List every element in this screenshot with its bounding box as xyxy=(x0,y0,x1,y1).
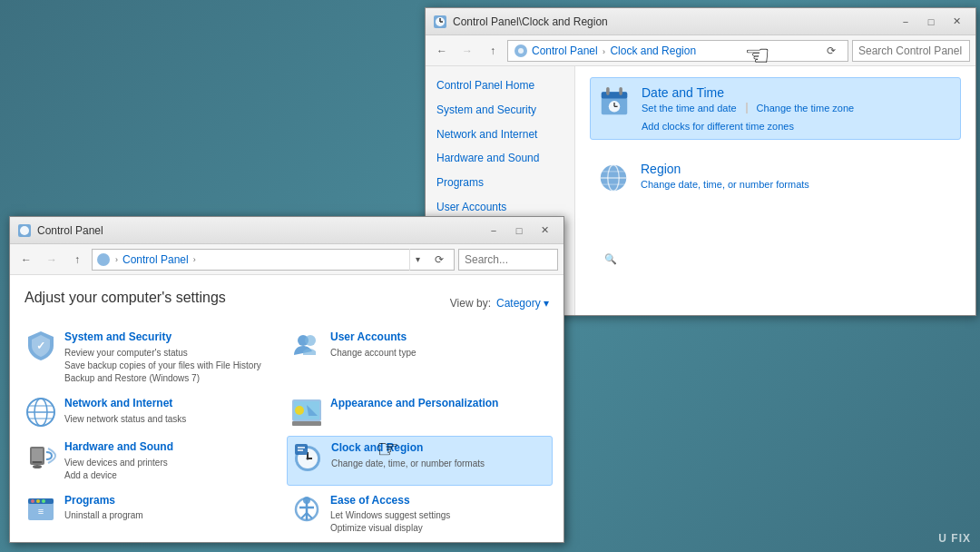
clock-region-title[interactable]: Clock and Region xyxy=(331,440,485,456)
region-text: Region Change date, time, or number form… xyxy=(641,162,809,190)
front-refresh-btn[interactable]: ⟳ xyxy=(428,249,450,271)
breadcrumb-clock-region[interactable]: Clock and Region xyxy=(610,44,696,57)
sidebar-system-security[interactable]: System and Security xyxy=(426,98,574,123)
clock-region-text: Clock and Region Change date, time, or n… xyxy=(331,440,485,470)
user-accounts-title[interactable]: User Accounts xyxy=(330,330,416,345)
user-accounts-icon xyxy=(290,330,323,362)
breadcrumb-chevron2: › xyxy=(193,255,196,264)
front-window-icon xyxy=(17,223,32,238)
system-security-text: System and Security Review your computer… xyxy=(64,330,261,385)
back-address-bar[interactable]: Control Panel › Clock and Region ⟳ xyxy=(507,40,848,62)
svg-rect-9 xyxy=(619,87,622,95)
back-minimize-btn[interactable]: − xyxy=(894,13,917,31)
appearance-text: Appearance and Personalization xyxy=(330,396,498,411)
date-time-title[interactable]: Date and Time xyxy=(642,85,953,100)
region-links: Change date, time, or number formats xyxy=(641,179,809,190)
svg-point-32 xyxy=(295,406,304,415)
svg-rect-7 xyxy=(602,92,627,98)
front-main-content: Adjust your computer's settings View by:… xyxy=(10,275,564,542)
hardware-sound-desc: View devices and printers Add a device xyxy=(64,457,173,482)
hardware-sound-item: Hardware and Sound View devices and prin… xyxy=(24,439,283,482)
svg-point-20 xyxy=(97,253,110,266)
svg-rect-35 xyxy=(33,461,42,463)
programs-item: ≡ Programs Uninstall a program xyxy=(24,493,283,536)
link-separator-1 xyxy=(746,103,748,113)
front-search-input[interactable] xyxy=(465,253,601,266)
back-window-title: Control Panel\Clock and Region xyxy=(453,15,894,28)
svg-point-49 xyxy=(42,499,45,503)
front-nav-forward[interactable]: → xyxy=(41,249,63,271)
front-address-bar[interactable]: › Control Panel › ▾ ⟳ xyxy=(92,249,455,271)
hardware-sound-title[interactable]: Hardware and Sound xyxy=(64,439,173,455)
svg-rect-31 xyxy=(292,421,321,426)
ease-access-item: Ease of Access Let Windows suggest setti… xyxy=(290,493,549,536)
front-close-btn[interactable]: ✕ xyxy=(533,222,556,240)
back-close-btn[interactable]: ✕ xyxy=(945,13,968,31)
front-breadcrumb-cp[interactable]: Control Panel xyxy=(122,253,189,266)
svg-point-36 xyxy=(33,465,42,468)
system-security-desc: Review your computer's status Save backu… xyxy=(64,347,261,385)
ease-access-text: Ease of Access Let Windows suggest setti… xyxy=(330,493,450,536)
front-window-title: Control Panel xyxy=(37,224,482,237)
front-page-heading: Adjust your computer's settings xyxy=(24,290,226,306)
svg-point-19 xyxy=(20,226,29,235)
date-time-links: Set the time and date Change the time zo… xyxy=(642,103,953,132)
back-nav-up[interactable]: ↑ xyxy=(482,40,504,62)
front-nav-back[interactable]: ← xyxy=(15,249,37,271)
svg-rect-34 xyxy=(32,448,43,461)
back-address-icon xyxy=(514,44,528,58)
back-search-input[interactable] xyxy=(858,44,980,57)
back-nav-back[interactable]: ← xyxy=(431,40,453,62)
view-by-label: View by: xyxy=(450,297,491,310)
sidebar-programs[interactable]: Programs xyxy=(426,171,574,195)
system-security-icon: ✓ xyxy=(24,330,57,362)
front-nav-up[interactable]: ↑ xyxy=(66,249,88,271)
user-accounts-item: User Accounts Change account type xyxy=(290,330,549,385)
back-window-icon xyxy=(433,15,447,29)
sidebar-network-internet[interactable]: Network and Internet xyxy=(426,123,574,147)
appearance-title[interactable]: Appearance and Personalization xyxy=(330,396,498,411)
front-address-input[interactable] xyxy=(201,253,407,266)
view-by-value[interactable]: Category ▾ xyxy=(496,297,549,310)
back-toolbar: ← → ↑ Control Panel › Clock and Region ⟳… xyxy=(426,35,975,66)
clock-region-desc: Change date, time, or number formats xyxy=(331,458,485,470)
ease-access-icon xyxy=(290,493,323,526)
system-security-item: ✓ System and Security Review your comput… xyxy=(24,330,283,385)
front-maximize-btn[interactable]: □ xyxy=(507,222,531,240)
ease-access-title[interactable]: Ease of Access xyxy=(330,493,450,508)
front-minimize-btn[interactable]: − xyxy=(482,222,505,240)
back-window-controls: − □ ✕ xyxy=(894,13,968,31)
add-clocks-link[interactable]: Add clocks for different time zones xyxy=(642,121,794,132)
user-accounts-desc: Change account type xyxy=(330,347,416,360)
front-search-box[interactable]: 🔍 xyxy=(458,249,558,271)
region-title[interactable]: Region xyxy=(641,162,809,176)
sidebar-hardware-sound[interactable]: Hardware and Sound xyxy=(426,146,574,171)
front-toolbar: ← → ↑ › Control Panel › ▾ ⟳ 🔍 xyxy=(10,244,564,275)
categories-grid: ✓ System and Security Review your comput… xyxy=(24,330,549,535)
network-internet-icon xyxy=(24,396,57,429)
programs-desc: Uninstall a program xyxy=(64,509,143,522)
change-timezone-link[interactable]: Change the time zone xyxy=(757,103,855,119)
network-internet-title[interactable]: Network and Internet xyxy=(64,396,186,411)
region-category: Region Change date, time, or number form… xyxy=(590,154,961,202)
back-maximize-btn[interactable]: □ xyxy=(919,13,943,31)
system-security-title[interactable]: System and Security xyxy=(64,330,261,345)
back-main-content: Date and Time Set the time and date Chan… xyxy=(575,66,975,315)
back-nav-forward[interactable]: → xyxy=(456,40,478,62)
breadcrumb-text: Control Panel › Clock and Region xyxy=(532,44,696,57)
back-refresh-btn[interactable]: ⟳ xyxy=(820,40,842,62)
change-formats-link[interactable]: Change date, time, or number formats xyxy=(641,179,809,190)
appearance-icon xyxy=(290,396,323,429)
svg-text:✓: ✓ xyxy=(36,340,45,352)
set-time-link[interactable]: Set the time and date xyxy=(642,103,737,119)
front-address-dropdown[interactable]: ▾ xyxy=(409,249,426,271)
hardware-sound-text: Hardware and Sound View devices and prin… xyxy=(64,439,173,482)
programs-text: Programs Uninstall a program xyxy=(64,493,143,523)
breadcrumb-control-panel[interactable]: Control Panel xyxy=(532,44,598,57)
back-titlebar: Control Panel\Clock and Region − □ ✕ xyxy=(426,8,975,35)
date-time-category: Date and Time Set the time and date Chan… xyxy=(590,77,961,140)
clock-region-item: Clock and Region Change date, time, or n… xyxy=(287,436,553,486)
back-search-box[interactable]: 🔍 xyxy=(852,40,970,62)
sidebar-control-panel-home[interactable]: Control Panel Home xyxy=(426,74,574,98)
programs-title[interactable]: Programs xyxy=(64,493,143,508)
